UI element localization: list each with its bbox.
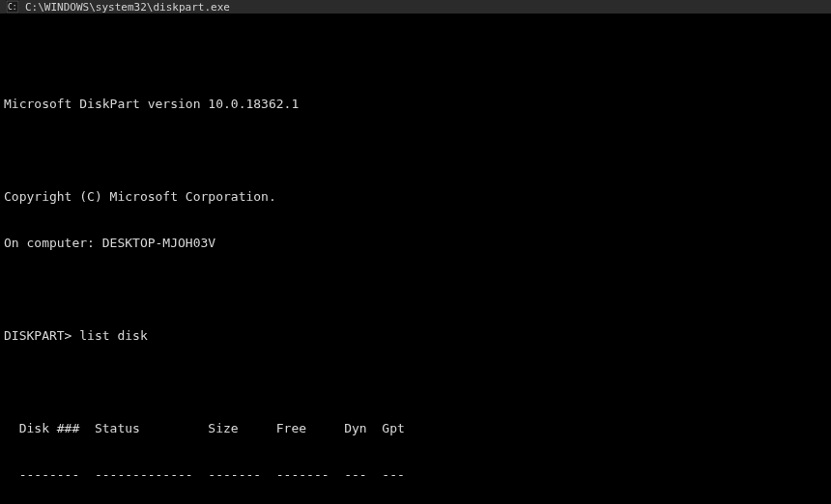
console-output[interactable]: Microsoft DiskPart version 10.0.18362.1 … (0, 14, 831, 504)
window-title: C:\WINDOWS\system32\diskpart.exe (25, 1, 230, 14)
blank-line (4, 50, 827, 66)
blank-line (4, 375, 827, 390)
svg-text:C:: C: (8, 3, 17, 12)
blank-line (4, 282, 827, 297)
diskpart-window: C: C:\WINDOWS\system32\diskpart.exe Micr… (0, 0, 831, 504)
version-line: Microsoft DiskPart version 10.0.18362.1 (4, 97, 827, 112)
prompt: DISKPART> (4, 328, 72, 343)
computer-line: On computer: DESKTOP-MJOH03V (4, 236, 827, 251)
cmd-icon: C: (6, 0, 19, 14)
titlebar[interactable]: C: C:\WINDOWS\system32\diskpart.exe (0, 0, 831, 14)
disk-table-sep: -------- ------------- ------- ------- -… (4, 467, 827, 483)
prompt-line: DISKPART> list disk (4, 328, 827, 344)
copyright-line: Copyright (C) Microsoft Corporation. (4, 189, 827, 205)
blank-line (4, 143, 827, 158)
disk-table-header: Disk ### Status Size Free Dyn Gpt (4, 421, 827, 436)
command-text: list disk (79, 328, 147, 343)
